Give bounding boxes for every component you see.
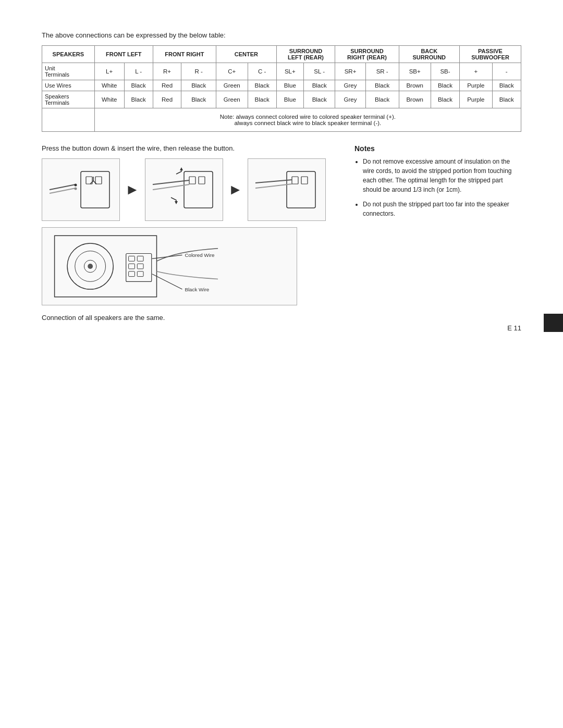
press-section: Press the button down & insert the wire,… — [42, 144, 521, 305]
connections-table: SPEAKERS FRONT LEFT FRONT RIGHT CENTER S… — [42, 45, 521, 132]
wire-diagrams: ► — [42, 158, 344, 221]
connection-text: Connection of all speakers are the same. — [42, 314, 521, 322]
st-black7: Black — [492, 91, 521, 108]
wire-white1: White — [94, 80, 124, 91]
note-empty — [42, 108, 95, 132]
speakers-terminals-row: SpeakersTerminals White Black Red Black … — [42, 91, 521, 108]
svg-point-5 — [75, 184, 77, 187]
st-black4: Black — [304, 91, 335, 108]
svg-rect-27 — [129, 264, 135, 269]
svg-marker-14 — [175, 201, 178, 204]
use-wires-label: Use Wires — [42, 80, 95, 91]
wire-black1: Black — [124, 80, 153, 91]
wire-purple1: Purple — [460, 80, 493, 91]
use-wires-row: Use Wires White Black Red Black Green Bl… — [42, 80, 521, 91]
st-black6: Black — [431, 91, 459, 108]
st-blue1: Blue — [276, 91, 303, 108]
st-black2: Black — [181, 91, 216, 108]
cell-sbm: SB- — [431, 63, 459, 80]
cell-lp: L+ — [94, 63, 124, 80]
cell-rm: R - — [181, 63, 216, 80]
diagram-svg-3 — [250, 161, 323, 218]
diagram-svg-2 — [148, 161, 221, 218]
diagram-box-1 — [42, 158, 120, 221]
cell-slm: SL - — [304, 63, 335, 80]
notes-section: Notes Do not remove excessive amount of … — [354, 144, 521, 305]
note-text: Note: always connect colored wire to col… — [94, 108, 521, 132]
svg-marker-13 — [180, 167, 183, 170]
intro-text: The above connections can be expressed b… — [42, 31, 521, 39]
cell-srm: SR - — [365, 63, 399, 80]
diagram-box-3 — [248, 158, 326, 221]
cell-cm: C - — [248, 63, 276, 80]
arrow-1: ► — [125, 181, 140, 198]
st-red1: Red — [153, 91, 181, 108]
wire-red1: Red — [153, 80, 181, 91]
unit-terminals-row: UnitTerminals L+ L - R+ R - C+ C - SL+ S… — [42, 63, 521, 80]
wire-green1: Green — [216, 80, 248, 91]
notes-list: Do not remove excessive amount of insula… — [354, 157, 521, 218]
st-black1: Black — [124, 91, 153, 108]
diagram-box-2 — [145, 158, 223, 221]
wire-black3: Black — [248, 80, 276, 91]
st-grey1: Grey — [335, 91, 365, 108]
st-purple1: Purple — [460, 91, 493, 108]
cell-sbp: SB+ — [399, 63, 431, 80]
press-text: Press the button down & insert the wire,… — [42, 144, 344, 152]
svg-rect-9 — [189, 177, 195, 184]
bottom-diagram-svg: Colored Wire Black Wire — [44, 230, 295, 303]
note-row: Note: always connect colored wire to col… — [42, 108, 521, 132]
wire-black2: Black — [181, 80, 216, 91]
st-black3: Black — [248, 91, 276, 108]
col-surround-right: SURROUNDRIGHT (REAR) — [335, 46, 399, 63]
st-green1: Green — [216, 91, 248, 108]
svg-point-6 — [75, 188, 77, 190]
page: The above connections can be expressed b… — [0, 0, 563, 353]
notes-title: Notes — [354, 144, 521, 153]
svg-rect-28 — [137, 264, 143, 269]
svg-rect-30 — [137, 272, 143, 277]
st-brown1: Brown — [399, 91, 431, 108]
cell-plus: + — [460, 63, 493, 80]
col-back-surround: BACKSURROUND — [399, 46, 460, 63]
wire-brown1: Brown — [399, 80, 431, 91]
cell-rp: R+ — [153, 63, 181, 80]
svg-rect-25 — [129, 256, 135, 261]
diagram-svg-1 — [44, 161, 117, 218]
col-center: CENTER — [216, 46, 277, 63]
cell-lm: L - — [124, 63, 153, 80]
cell-srp: SR+ — [335, 63, 365, 80]
note-item-2: Do not push the stripped part too far in… — [363, 200, 521, 218]
cell-minus: - — [492, 63, 521, 80]
st-black5: Black — [365, 91, 399, 108]
note-item-1: Do not remove excessive amount of insula… — [363, 157, 521, 194]
col-surround-left: SURROUNDLEFT (REAR) — [276, 46, 335, 63]
arrow-2: ► — [228, 181, 243, 198]
wire-black5: Black — [365, 80, 399, 91]
col-passive-sub: PASSIVESUBWOOFER — [460, 46, 521, 63]
col-speakers: SPEAKERS — [42, 46, 95, 63]
col-front-left: FRONT LEFT — [94, 46, 153, 63]
cell-slp: SL+ — [276, 63, 303, 80]
svg-rect-10 — [199, 177, 205, 184]
page-number: E 11 — [507, 324, 521, 332]
svg-rect-24 — [126, 254, 152, 282]
wire-black4: Black — [304, 80, 335, 91]
svg-rect-29 — [129, 272, 135, 277]
press-left: Press the button down & insert the wire,… — [42, 144, 344, 305]
wire-grey1: Grey — [335, 80, 365, 91]
page-tab-marker — [552, 319, 555, 327]
bottom-diagram-box: Colored Wire Black Wire — [42, 227, 297, 305]
st-white1: White — [94, 91, 124, 108]
wire-black6: Black — [431, 80, 459, 91]
unit-terminals-label: UnitTerminals — [42, 63, 95, 80]
svg-rect-16 — [292, 177, 298, 184]
page-tab — [544, 314, 563, 332]
col-front-right: FRONT RIGHT — [153, 46, 216, 63]
svg-rect-26 — [137, 256, 143, 261]
cell-cp: C+ — [216, 63, 248, 80]
wire-black7: Black — [492, 80, 521, 91]
speakers-terminals-label: SpeakersTerminals — [42, 91, 95, 108]
svg-text:Black Wire: Black Wire — [185, 287, 209, 292]
svg-point-23 — [88, 264, 93, 269]
